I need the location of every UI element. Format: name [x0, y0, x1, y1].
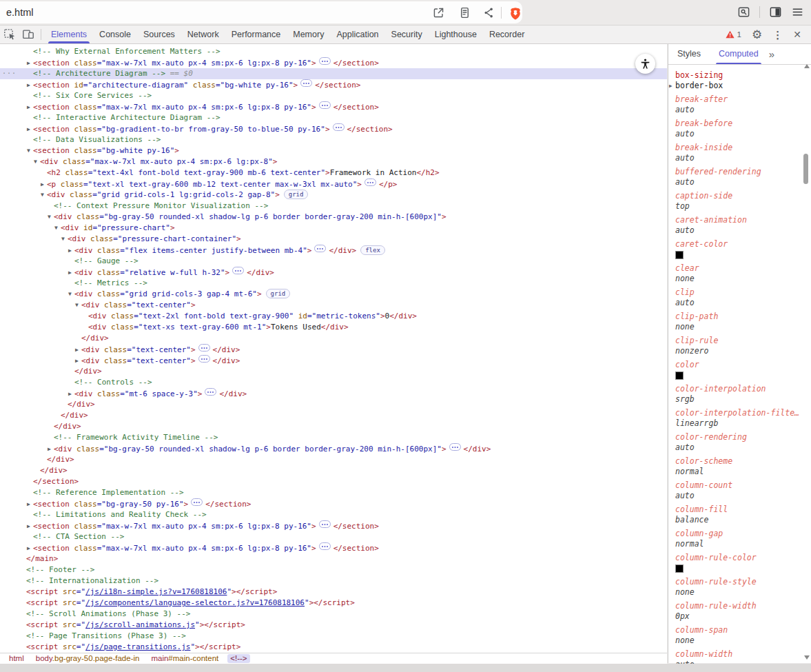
color-swatch[interactable]	[675, 371, 684, 380]
grid-badge[interactable]: grid	[284, 190, 309, 199]
expand-arrow-icon[interactable]: ▶	[38, 179, 47, 190]
tree-row[interactable]: <!-- Controls -->	[0, 377, 667, 388]
row-menu-dots-icon[interactable]: ···	[2, 68, 17, 79]
color-swatch[interactable]	[675, 564, 684, 573]
tree-row[interactable]: <!-- Footer -->	[0, 564, 667, 576]
computed-property[interactable]: column-rule-width0px	[675, 601, 811, 622]
computed-property[interactable]: clip-pathnone	[675, 312, 811, 332]
computed-property[interactable]: column-rule-stylenone	[675, 577, 811, 598]
resource-link[interactable]: /js/components/language-selector.js?v=17…	[85, 598, 305, 607]
computed-property[interactable]: box-sizing▶border-box	[675, 70, 811, 91]
resource-link[interactable]: /js/scroll-animations.js	[85, 620, 195, 629]
collapse-arrow-icon[interactable]: ▼	[24, 145, 33, 156]
computed-property[interactable]: color-interpolation-filte…linearrgb	[675, 408, 811, 429]
tree-row[interactable]: ▶<section class="max-w-7xl mx-auto px-4 …	[0, 542, 667, 553]
tab-performance[interactable]: Performance	[225, 26, 287, 43]
scroll-up-arrow-icon[interactable]	[804, 64, 810, 68]
computed-property[interactable]: color	[675, 360, 811, 380]
tree-row[interactable]: </div>	[0, 454, 667, 465]
expand-arrow-icon[interactable]: ▶	[72, 345, 81, 356]
collapse-arrow-icon[interactable]: ▼	[45, 212, 54, 223]
expand-arrow-icon[interactable]: ▶	[45, 444, 54, 455]
tree-row[interactable]: <script src="/js/components/language-sel…	[0, 598, 667, 609]
tree-row[interactable]: ▶<div class="flex items-center justify-b…	[0, 245, 667, 256]
computed-property[interactable]: caret-animationauto	[675, 215, 811, 236]
tab-console[interactable]: Console	[93, 26, 137, 43]
collapse-arrow-icon[interactable]: ▼	[65, 289, 74, 300]
tree-row[interactable]: </div>	[0, 333, 667, 344]
accessibility-icon-button[interactable]	[635, 54, 655, 74]
tree-row[interactable]: </div>	[0, 366, 667, 377]
expand-ellipsis-button[interactable]	[232, 267, 244, 274]
computed-property[interactable]: column-countauto	[675, 480, 811, 501]
tree-row[interactable]: <!-- CTA Section -->	[0, 531, 667, 542]
breadcrumb-item[interactable]: html	[6, 654, 27, 663]
url-bar[interactable]: e.html	[0, 1, 522, 23]
tree-row-selected[interactable]: ···<!-- Architecture Diagram --> == $0	[0, 68, 667, 79]
tree-row[interactable]: <!-- Why External Enforcement Matters --…	[0, 46, 667, 57]
tree-row[interactable]: <!-- Framework Activity Timeline -->	[0, 432, 667, 443]
expand-ellipsis-button[interactable]	[314, 245, 326, 252]
tree-row[interactable]: ▼<div class="grid grid-cols-1 lg:grid-co…	[0, 190, 667, 201]
resource-link[interactable]: /js/page-transitions.js	[85, 642, 190, 651]
expand-ellipsis-button[interactable]	[333, 123, 345, 131]
tree-row[interactable]: ▼<div class="grid grid-cols-3 gap-4 mt-6…	[0, 289, 667, 300]
tree-row[interactable]: <!-- Internationalization -->	[0, 576, 667, 587]
tree-row[interactable]: ▶<div class="bg-gray-50 rounded-xl shado…	[0, 443, 667, 454]
expand-ellipsis-button[interactable]	[319, 520, 331, 528]
computed-property[interactable]: column-fillbalance	[675, 505, 811, 525]
kebab-menu-icon[interactable]: ⋮	[772, 30, 783, 40]
tree-row[interactable]: ▼<div class="text-center">	[0, 300, 667, 311]
brave-shield-icon[interactable]	[509, 7, 522, 21]
computed-property[interactable]: clearnone	[675, 263, 811, 284]
collapse-arrow-icon[interactable]: ▼	[72, 300, 81, 311]
tree-row[interactable]: ▶<section class="max-w-7xl mx-auto px-4 …	[0, 57, 667, 68]
expand-ellipsis-button[interactable]	[205, 388, 216, 396]
tab-memory[interactable]: Memory	[287, 26, 330, 43]
error-badge[interactable]: 1	[726, 30, 741, 39]
tree-row[interactable]: </main>	[0, 553, 667, 564]
computed-property[interactable]: column-spannone	[675, 625, 811, 646]
tree-row[interactable]: <!-- Context Pressure Monitor Visualizat…	[0, 201, 667, 212]
scrollbar-thumb[interactable]	[803, 154, 808, 184]
tree-row[interactable]: <!-- Data Visualizations -->	[0, 134, 667, 145]
tree-row[interactable]: ▼<section class="bg-white py-16">	[0, 145, 667, 156]
scroll-down-arrow-icon[interactable]	[804, 655, 810, 660]
tree-row[interactable]: <!-- Gauge -->	[0, 256, 667, 267]
tree-row[interactable]: <div class="text-xs text-gray-600 mt-1">…	[0, 322, 667, 333]
sidebar-toggle-icon[interactable]	[769, 6, 782, 19]
collapse-arrow-icon[interactable]: ▼	[52, 223, 61, 234]
device-toolbar-icon[interactable]	[19, 26, 37, 43]
expand-arrow-icon[interactable]: ▶	[669, 81, 675, 91]
tree-row[interactable]: ▶<section class="bg-gradient-to-br from-…	[0, 123, 667, 134]
tab-recorder[interactable]: Recorder	[483, 26, 531, 43]
computed-property[interactable]: buffered-renderingauto	[675, 167, 811, 187]
tree-row[interactable]: ▼<div class="bg-gray-50 rounded-xl shado…	[0, 212, 667, 223]
expand-arrow-icon[interactable]: ▶	[24, 102, 33, 113]
expand-arrow-icon[interactable]: ▶	[24, 543, 33, 554]
expand-ellipsis-button[interactable]	[198, 355, 210, 363]
computed-property[interactable]: clipauto	[675, 287, 811, 308]
computed-property[interactable]: caption-sidetop	[675, 191, 811, 212]
more-tabs-icon[interactable]: »	[769, 48, 774, 60]
gear-icon[interactable]: ⚙	[752, 29, 762, 41]
expand-arrow-icon[interactable]: ▶	[24, 58, 33, 69]
color-swatch[interactable]	[675, 251, 684, 259]
expand-arrow-icon[interactable]: ▶	[65, 267, 74, 278]
tab-styles[interactable]: Styles	[668, 44, 710, 64]
tree-row[interactable]: <script src="/js/page-transitions.js"></…	[0, 642, 667, 653]
tree-row[interactable]: <script src="/js/scroll-animations.js"><…	[0, 620, 667, 631]
expand-ellipsis-button[interactable]	[300, 79, 312, 87]
collapse-arrow-icon[interactable]: ▼	[38, 190, 47, 201]
tree-row[interactable]: </div>	[0, 410, 667, 421]
computed-property[interactable]: column-rule-color	[675, 553, 811, 573]
computed-property[interactable]: color-interpolationsrgb	[675, 384, 811, 405]
tree-row[interactable]: <!-- Scroll Animations (Phase 3) -->	[0, 609, 667, 620]
expand-ellipsis-button[interactable]	[449, 443, 461, 451]
sidebar-scrollbar[interactable]	[803, 45, 810, 662]
expand-arrow-icon[interactable]: ▶	[24, 80, 33, 91]
computed-property[interactable]: color-schemenormal	[675, 456, 811, 477]
find-in-page-icon[interactable]	[737, 6, 750, 19]
open-external-icon[interactable]	[432, 6, 445, 19]
menu-icon[interactable]	[791, 6, 804, 19]
